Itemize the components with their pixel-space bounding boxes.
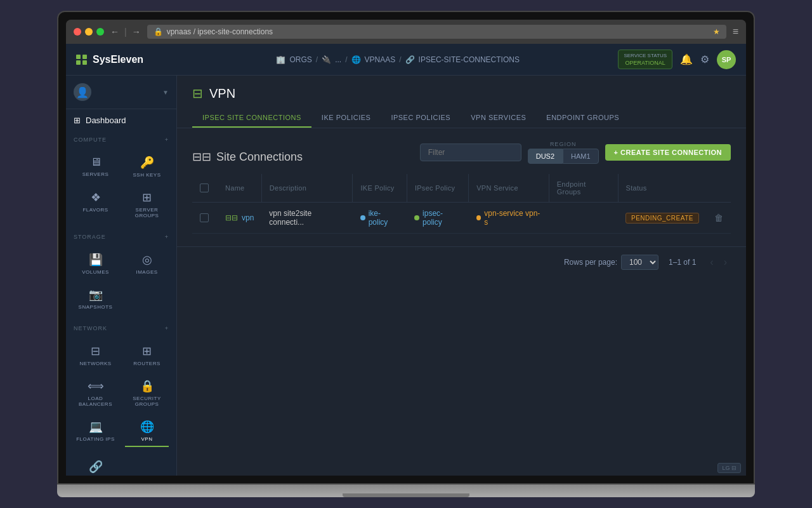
row-checkbox[interactable] (200, 213, 209, 222)
breadcrumb-orgs[interactable]: ORGS (289, 55, 311, 64)
table-header-vpn-service[interactable]: VPN Service (469, 174, 549, 203)
breadcrumb-org-icon: 🔌 (322, 55, 331, 64)
nav-buttons: ← | → (110, 27, 141, 37)
prev-page-button[interactable]: ‹ (706, 255, 717, 269)
sidebar-item-networks[interactable]: ⊟ NETWORKS (71, 339, 120, 371)
address-bar[interactable]: 🔒 vpnaas / ipsec-site-connections ★ (147, 25, 726, 39)
vpn-active-indicator (125, 446, 169, 447)
load-balancers-icon: ⟺ (88, 379, 104, 393)
row-status-cell: PENDING_CREATE (618, 203, 707, 234)
storage-add-icon[interactable]: + (165, 234, 169, 240)
tab-endpoint-groups[interactable]: ENDPOINT GROUPS (536, 109, 629, 128)
user-avatar[interactable]: SP (717, 50, 736, 69)
table-header-endpoint-groups[interactable]: Endpoint Groups (549, 174, 618, 203)
sidebar-network-grid: ⊟ NETWORKS ⊞ ROUTERS ⟺ LOAD BALANCERS (66, 337, 176, 476)
dashboard-icon: ⊞ (74, 116, 81, 125)
filter-input[interactable] (420, 144, 521, 161)
sidebar-item-flavors[interactable]: ❖ FLAVORS (71, 185, 120, 224)
sidebar-item-dashboard[interactable]: ⊞ Dashboard (66, 109, 176, 131)
breadcrumb-vpnaas[interactable]: VPNAAS (365, 55, 396, 64)
next-page-button[interactable]: › (720, 255, 731, 269)
breadcrumb-org[interactable]: ... (335, 55, 341, 64)
sidebar-item-servers[interactable]: 🖥 SERVERS (71, 150, 120, 183)
maximize-button[interactable] (96, 28, 104, 36)
logo: SysEleven (76, 54, 178, 65)
table-body: ⊟⊟ vpn vpn site2site connecti... (192, 203, 731, 234)
snapshots-icon: 📷 (89, 288, 103, 302)
compute-section-label: COMPUTE (74, 137, 107, 143)
create-site-connection-button[interactable]: + CREATE SITE CONNECTION (605, 144, 731, 161)
browser-menu-icon[interactable]: ≡ (733, 26, 738, 37)
page-navigation: ‹ › (706, 255, 731, 269)
sidebar-item-dns[interactable]: 🔗 DNS (71, 455, 120, 476)
close-button[interactable] (74, 28, 81, 36)
bookmark-icon[interactable]: ★ (713, 27, 720, 36)
table-header-status[interactable]: Status (618, 174, 707, 203)
pagination-count: 1–1 of 1 (669, 258, 696, 267)
table-header-description[interactable]: Description (261, 174, 353, 203)
logo-icon (76, 55, 88, 65)
row-vpn-service-cell: vpn-service vpn-s (469, 203, 549, 234)
images-label: IMAGES (136, 269, 157, 275)
breadcrumb-connections[interactable]: IPSEC-SITE-CONNECTIONS (419, 55, 520, 64)
content-toolbar: ⊟⊟ Site Connections REGION DUS2 (192, 141, 731, 164)
networks-icon: ⊟ (91, 344, 100, 358)
sidebar-item-ssh-keys[interactable]: 🔑 SSH KEYS (122, 150, 171, 183)
row-description: vpn site2site connecti... (269, 209, 311, 227)
sidebar-item-snapshots[interactable]: 📷 SNAPSHOTS (71, 283, 120, 315)
rows-per-page-dropdown[interactable]: 100 50 25 (621, 255, 658, 270)
tab-ike-policies[interactable]: IKE POLICIES (311, 109, 381, 128)
region-ham1-button[interactable]: HAM1 (563, 149, 599, 164)
server-groups-label: SERVER GROUPS (125, 207, 169, 218)
back-icon[interactable]: ← (110, 27, 119, 37)
table-header-ike-policy[interactable]: IKE Policy (353, 174, 407, 203)
user-chevron-icon: ▼ (162, 89, 169, 96)
table-header-name[interactable]: Name (218, 174, 261, 203)
compute-add-icon[interactable]: + (165, 137, 169, 143)
forward-icon[interactable]: → (132, 27, 141, 37)
table-header-ipsec-policy[interactable]: IPsec Policy (407, 174, 468, 203)
tab-vpn-services[interactable]: VPN SERVICES (461, 109, 536, 128)
row-delete-button[interactable]: 🗑 (714, 213, 723, 223)
vpn-label: VPN (141, 436, 153, 442)
dashboard-label: Dashboard (86, 116, 126, 125)
sidebar-item-vpn[interactable]: 🌐 VPN (122, 415, 171, 452)
sidebar-item-server-groups[interactable]: ⊞ SERVER GROUPS (122, 185, 171, 224)
vpn-service-badge[interactable]: vpn-service vpn-s (476, 209, 542, 227)
minimize-button[interactable] (85, 28, 93, 36)
laptop-base (57, 485, 755, 497)
row-name-link[interactable]: vpn (242, 213, 254, 222)
floating-ips-label: FLOATING IPS (76, 436, 115, 442)
main-content: ⊟ VPN IPSEC SITE CONNECTIONS IKE POLICIE… (177, 76, 746, 476)
table-header-actions (707, 174, 731, 203)
tab-ipsec-site-connections[interactable]: IPSEC SITE CONNECTIONS (192, 109, 311, 128)
sidebar-network-section: NETWORK + (66, 320, 176, 337)
notifications-button[interactable]: 🔔 (680, 53, 693, 65)
page-title-row: ⊟ VPN (192, 86, 731, 101)
ike-policy-badge[interactable]: ike-policy (360, 209, 399, 227)
breadcrumb-vpnaas-icon: 🌐 (351, 55, 361, 64)
region-dus2-button[interactable]: DUS2 (528, 149, 563, 164)
browser-bar: ← | → 🔒 vpnaas / ipsec-site-connections … (66, 20, 746, 44)
sidebar-item-volumes[interactable]: 💾 VOLUMES (71, 248, 120, 280)
select-all-checkbox[interactable] (200, 184, 209, 192)
load-balancers-label: LOAD BALANCERS (74, 396, 117, 407)
dns-icon: 🔗 (89, 460, 103, 474)
sidebar-item-floating-ips[interactable]: 💻 FLOATING IPS (71, 415, 120, 452)
network-add-icon[interactable]: + (165, 325, 169, 331)
row-ipsec-policy-cell: ipsec-policy (407, 203, 468, 234)
sidebar-user-section[interactable]: 👤 ▼ (66, 76, 176, 109)
sidebar-item-load-balancers[interactable]: ⟺ LOAD BALANCERS (71, 374, 120, 412)
sidebar-item-routers[interactable]: ⊞ ROUTERS (122, 339, 171, 371)
sidebar-item-security-groups[interactable]: 🔒 SECURITY GROUPS (122, 374, 171, 412)
server-groups-icon: ⊞ (142, 190, 152, 204)
sidebar-item-images[interactable]: ◎ IMAGES (122, 248, 171, 280)
breadcrumb: 🏢 ORGS / 🔌 ... / 🌐 VPNAAS / 🔗 IPSEC-SITE… (178, 55, 618, 64)
ipsec-policy-badge[interactable]: ipsec-policy (414, 209, 461, 227)
settings-button[interactable]: ⚙ (700, 53, 709, 65)
row-ike-policy-cell: ike-policy (353, 203, 407, 234)
ssh-keys-icon: 🔑 (140, 156, 154, 170)
tab-ipsec-policies[interactable]: IPSEC POLICIES (381, 109, 461, 128)
app-header: SysEleven 🏢 ORGS / 🔌 ... / 🌐 VPNAAS / 🔗 … (66, 44, 746, 76)
table-header-checkbox (192, 174, 218, 203)
